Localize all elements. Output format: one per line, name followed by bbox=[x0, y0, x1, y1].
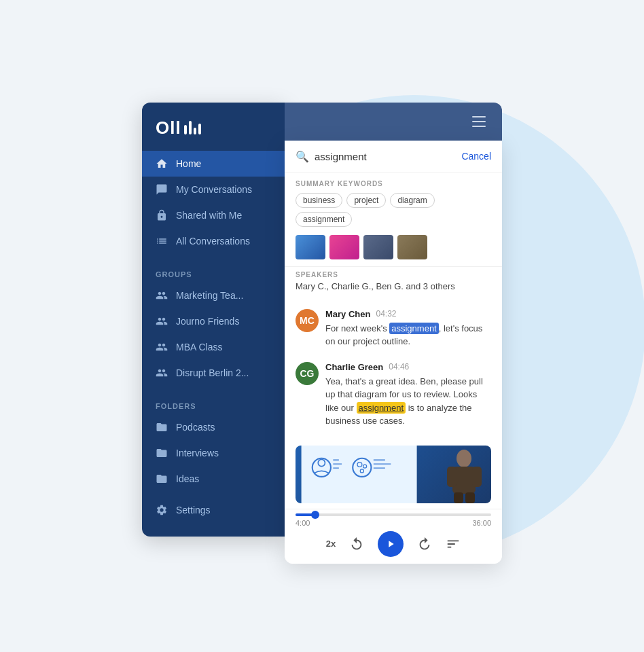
folders-section: Podcasts Interviews Ideas bbox=[142, 414, 285, 492]
speed-button[interactable]: 2x bbox=[326, 539, 336, 549]
sidebar-item-interviews[interactable]: Interviews bbox=[142, 440, 285, 466]
settings-icon bbox=[156, 504, 168, 516]
play-icon bbox=[385, 539, 396, 549]
timestamp-1: 04:32 bbox=[376, 309, 396, 319]
logo: Oll bbox=[156, 117, 201, 139]
avatar-initials: MC bbox=[300, 315, 315, 326]
speakers-label: SPEAKERS bbox=[296, 271, 491, 278]
current-time: 4:00 bbox=[296, 519, 310, 527]
sidebar-item-label: Shared with Me bbox=[176, 210, 242, 221]
msg-text-before-1: For next week's bbox=[325, 323, 389, 333]
cancel-button[interactable]: Cancel bbox=[461, 151, 491, 162]
sidebar-item-ideas[interactable]: Ideas bbox=[142, 466, 285, 492]
folders-section-label: FOLDERS bbox=[142, 391, 285, 414]
sidebar-item-home[interactable]: Home bbox=[142, 151, 285, 177]
progress-thumb bbox=[311, 511, 319, 519]
menu-line-2 bbox=[472, 121, 486, 122]
keyword-diagram[interactable]: diagram bbox=[390, 193, 434, 208]
thumbnail-1[interactable] bbox=[296, 235, 325, 259]
sidebar-item-disrupt[interactable]: Disrupt Berlin 2... bbox=[142, 360, 285, 386]
sidebar-item-label: Interviews bbox=[176, 448, 219, 458]
search-icon: 🔍 bbox=[296, 150, 309, 163]
message-text-1: For next week's assignment, let's focus … bbox=[325, 322, 491, 348]
sidebar-item-mba[interactable]: MBA Class bbox=[142, 334, 285, 360]
logo-bar-3 bbox=[194, 128, 196, 134]
menu-line-1 bbox=[472, 116, 486, 117]
search-panel: 🔍 Cancel SUMMARY KEYWORDS business proje… bbox=[285, 141, 502, 564]
sidebar-item-journo[interactable]: Journo Friends bbox=[142, 308, 285, 334]
waveform-icon bbox=[446, 537, 461, 551]
app-wrapper: Oll Home My Conversa bbox=[142, 103, 502, 564]
right-panel: 🔍 Cancel SUMMARY KEYWORDS business proje… bbox=[285, 103, 502, 564]
list-icon bbox=[156, 235, 168, 247]
whiteboard-svg bbox=[296, 446, 423, 503]
chat-icon bbox=[156, 183, 168, 196]
forward-button[interactable] bbox=[417, 537, 432, 551]
share-icon bbox=[156, 209, 168, 221]
logo-bar-2 bbox=[189, 121, 192, 134]
sidebar-item-podcasts[interactable]: Podcasts bbox=[142, 414, 285, 440]
video-thumbnail[interactable] bbox=[296, 446, 491, 503]
svg-rect-0 bbox=[302, 446, 417, 503]
nav-section: Home My Conversations Shared with Me All… bbox=[142, 151, 285, 254]
search-input[interactable] bbox=[315, 151, 456, 162]
sidebar-item-marketing[interactable]: Marketing Tea... bbox=[142, 283, 285, 308]
sidebar-item-my-conversations[interactable]: My Conversations bbox=[142, 177, 285, 202]
rewind-button[interactable] bbox=[349, 537, 364, 551]
waveform-button[interactable] bbox=[446, 537, 461, 551]
thumbnail-2[interactable] bbox=[329, 235, 359, 259]
folder-icon bbox=[156, 421, 168, 433]
groups-section-label: GROUPS bbox=[142, 259, 285, 283]
player-bar: 4:00 36:00 2x bbox=[285, 509, 502, 564]
svg-rect-15 bbox=[447, 467, 457, 487]
sidebar-header: Oll bbox=[142, 103, 285, 151]
avatar-mary: MC bbox=[296, 309, 319, 332]
messages-section: MC Mary Chen 04:32 For next week's assig… bbox=[285, 297, 502, 440]
message-text-2: Yea, that's a great idea. Ben, please pu… bbox=[325, 375, 491, 428]
folder-icon-2 bbox=[156, 447, 168, 459]
play-button[interactable] bbox=[378, 531, 404, 557]
sidebar-item-label: All Conversations bbox=[176, 236, 250, 247]
logo-bar-4 bbox=[198, 124, 201, 134]
logo-bar-1 bbox=[184, 125, 187, 134]
thumbnail-3[interactable] bbox=[363, 235, 393, 259]
logo-text: Oll bbox=[156, 117, 181, 139]
message-header-2: Charlie Green 04:46 bbox=[325, 362, 491, 372]
keywords-label: SUMMARY KEYWORDS bbox=[296, 180, 491, 187]
highlight-assignment-1: assignment bbox=[389, 323, 438, 334]
keywords-tags: business project diagram assignment bbox=[296, 193, 491, 227]
svg-rect-16 bbox=[472, 467, 482, 487]
avatar-charlie: CG bbox=[296, 362, 319, 385]
home-icon bbox=[156, 158, 168, 170]
sidebar-item-label: MBA Class bbox=[176, 342, 222, 352]
sidebar-item-label: Ideas bbox=[176, 473, 199, 484]
time-labels: 4:00 36:00 bbox=[296, 519, 491, 527]
progress-track[interactable] bbox=[296, 513, 491, 516]
speaker-name-1: Mary Chen bbox=[325, 309, 370, 319]
sidebar-item-label: My Conversations bbox=[176, 184, 252, 195]
avatar-initials-2: CG bbox=[300, 368, 315, 379]
rewind-icon bbox=[349, 537, 364, 551]
top-bar bbox=[285, 103, 502, 141]
speakers-text: Mary C., Charlie G., Ben G. and 3 others bbox=[296, 281, 491, 291]
menu-button[interactable] bbox=[467, 109, 491, 134]
keyword-project[interactable]: project bbox=[346, 193, 386, 208]
group-icon-3 bbox=[156, 341, 168, 353]
group-icon bbox=[156, 289, 168, 302]
player-controls: 2x bbox=[296, 531, 491, 557]
group-icon-2 bbox=[156, 315, 168, 327]
sidebar-item-label: Marketing Tea... bbox=[176, 290, 243, 301]
message-content-1: Mary Chen 04:32 For next week's assignme… bbox=[325, 309, 491, 348]
message-2: CG Charlie Green 04:46 Yea, that's a gre… bbox=[285, 355, 502, 435]
logo-bars bbox=[184, 121, 201, 134]
sidebar-item-shared[interactable]: Shared with Me bbox=[142, 202, 285, 228]
forward-icon bbox=[417, 537, 432, 551]
thumbnail-4[interactable] bbox=[397, 235, 427, 259]
svg-point-13 bbox=[457, 450, 471, 467]
sidebar-item-settings[interactable]: Settings bbox=[142, 497, 285, 523]
groups-section: Marketing Tea... Journo Friends MBA Clas… bbox=[142, 283, 285, 386]
sidebar-item-all-conversations[interactable]: All Conversations bbox=[142, 228, 285, 254]
svg-rect-17 bbox=[454, 492, 463, 503]
keyword-business[interactable]: business bbox=[296, 193, 342, 208]
keyword-assignment[interactable]: assignment bbox=[296, 212, 352, 227]
